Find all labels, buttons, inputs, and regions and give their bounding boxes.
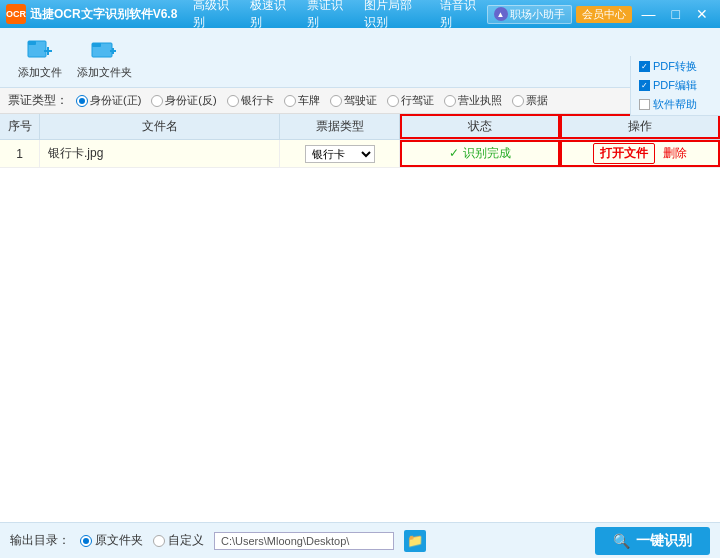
delete-button[interactable]: 删除 (663, 145, 687, 162)
main-body: 添加文件 添加文件夹 ✓ PDF转换 (0, 28, 720, 558)
radio-id-back-label: 身份证(反) (165, 93, 216, 108)
member-badge[interactable]: 会员中心 (576, 6, 632, 23)
radio-bank-card-dot (227, 95, 239, 107)
radio-driver-license-label: 驾驶证 (344, 93, 377, 108)
add-folder-icon (90, 36, 118, 62)
output-label: 输出目录： (10, 532, 70, 549)
td-seq: 1 (0, 140, 40, 167)
radio-business-license[interactable]: 营业执照 (444, 93, 502, 108)
folder-browse-button[interactable]: 📁 (404, 530, 426, 552)
bottom-bar: 输出目录： 原文件夹 自定义 📁 🔍 一键识别 (0, 522, 720, 558)
radio-original-label: 原文件夹 (95, 532, 143, 549)
radio-travel-permit-dot (387, 95, 399, 107)
search-icon: 🔍 (613, 533, 630, 549)
radio-business-license-dot (444, 95, 456, 107)
radio-bank-card-label: 银行卡 (241, 93, 274, 108)
table-row: 1 银行卡.jpg 银行卡 ✓ 识别完成 打开文件 删除 (0, 140, 720, 168)
minimize-button[interactable]: — (636, 2, 662, 26)
maximize-button[interactable]: □ (666, 2, 686, 26)
recognize-button[interactable]: 🔍 一键识别 (595, 527, 710, 555)
add-file-button[interactable]: 添加文件 (10, 33, 70, 83)
add-folder-label: 添加文件夹 (77, 65, 132, 80)
ticket-type-radio-group: 身份证(正) 身份证(反) 银行卡 车牌 驾驶证 行驾证 (76, 93, 653, 108)
th-status: 状态 (400, 114, 560, 139)
app-title: 迅捷OCR文字识别软件V6.8 (30, 6, 177, 23)
radio-plate[interactable]: 车牌 (284, 93, 320, 108)
ticket-type-select[interactable]: 银行卡 (305, 145, 375, 163)
table-area: 序号 文件名 票据类型 状态 操作 1 银行卡.jpg 银行卡 ✓ 识别完成 打… (0, 114, 720, 522)
title-right: ▲ 职场小助手 会员中心 — □ ✕ (487, 2, 714, 26)
svg-rect-1 (28, 41, 36, 45)
radio-id-front-dot (76, 95, 88, 107)
soft-help-icon (639, 99, 650, 110)
output-path-input[interactable] (214, 532, 394, 550)
soft-help-label: 软件帮助 (653, 97, 697, 112)
radio-id-back[interactable]: 身份证(反) (151, 93, 216, 108)
radio-custom-label: 自定义 (168, 532, 204, 549)
radio-business-license-label: 营业执照 (458, 93, 502, 108)
close-button[interactable]: ✕ (690, 2, 714, 26)
radio-original-folder[interactable]: 原文件夹 (80, 532, 143, 549)
radio-driver-license[interactable]: 驾驶证 (330, 93, 377, 108)
pdf-edit-label: PDF编辑 (653, 78, 697, 93)
pdf-convert-button[interactable]: ✓ PDF转换 (637, 58, 714, 75)
pdf-edit-icon: ✓ (639, 80, 650, 91)
user-badge[interactable]: ▲ 职场小助手 (487, 5, 572, 24)
open-file-button[interactable]: 打开文件 (593, 143, 655, 164)
td-ticket-type: 银行卡 (280, 140, 400, 167)
recognize-label: 一键识别 (636, 532, 692, 550)
add-folder-button[interactable]: 添加文件夹 (74, 33, 134, 83)
radio-custom-dot (153, 535, 165, 547)
td-action: 打开文件 删除 (560, 140, 720, 167)
radio-plate-label: 车牌 (298, 93, 320, 108)
add-file-icon (26, 36, 54, 62)
th-filename: 文件名 (40, 114, 280, 139)
ticket-type-label: 票证类型： (8, 92, 68, 109)
toolbar: 添加文件 添加文件夹 (0, 28, 720, 88)
radio-id-back-dot (151, 95, 163, 107)
radio-travel-permit[interactable]: 行驾证 (387, 93, 434, 108)
user-name: 职场小助手 (510, 7, 565, 22)
radio-bank-card[interactable]: 银行卡 (227, 93, 274, 108)
pdf-convert-label: PDF转换 (653, 59, 697, 74)
radio-invoice-dot (512, 95, 524, 107)
ticket-type-bar: 票证类型： 身份证(正) 身份证(反) 银行卡 车牌 驾驶证 (0, 88, 720, 114)
th-seq: 序号 (0, 114, 40, 139)
user-icon: ▲ (494, 7, 508, 21)
pdf-edit-button[interactable]: ✓ PDF编辑 (637, 77, 714, 94)
td-status: ✓ 识别完成 (400, 140, 560, 167)
radio-travel-permit-label: 行驾证 (401, 93, 434, 108)
soft-help-button[interactable]: 软件帮助 (637, 96, 714, 113)
title-bar: OCR 迅捷OCR文字识别软件V6.8 高级识别 极速识别 票证识别 图片局部识… (0, 0, 720, 28)
radio-invoice-label: 票据 (526, 93, 548, 108)
add-file-label: 添加文件 (18, 65, 62, 80)
toolbar-container: 添加文件 添加文件夹 ✓ PDF转换 (0, 28, 720, 88)
table-header: 序号 文件名 票据类型 状态 操作 (0, 114, 720, 140)
td-filename: 银行卡.jpg (40, 140, 280, 167)
svg-rect-5 (92, 43, 101, 47)
folder-icon: 📁 (407, 533, 423, 548)
th-action: 操作 (560, 114, 720, 139)
app-logo: OCR (6, 4, 26, 24)
radio-custom[interactable]: 自定义 (153, 532, 204, 549)
radio-id-front-label: 身份证(正) (90, 93, 141, 108)
radio-original-dot (80, 535, 92, 547)
right-panel: ✓ PDF转换 ✓ PDF编辑 软件帮助 (630, 56, 720, 116)
radio-invoice[interactable]: 票据 (512, 93, 548, 108)
pdf-convert-icon: ✓ (639, 61, 650, 72)
th-ticket-type: 票据类型 (280, 114, 400, 139)
radio-plate-dot (284, 95, 296, 107)
radio-driver-license-dot (330, 95, 342, 107)
status-done: ✓ 识别完成 (449, 145, 510, 162)
radio-id-front[interactable]: 身份证(正) (76, 93, 141, 108)
